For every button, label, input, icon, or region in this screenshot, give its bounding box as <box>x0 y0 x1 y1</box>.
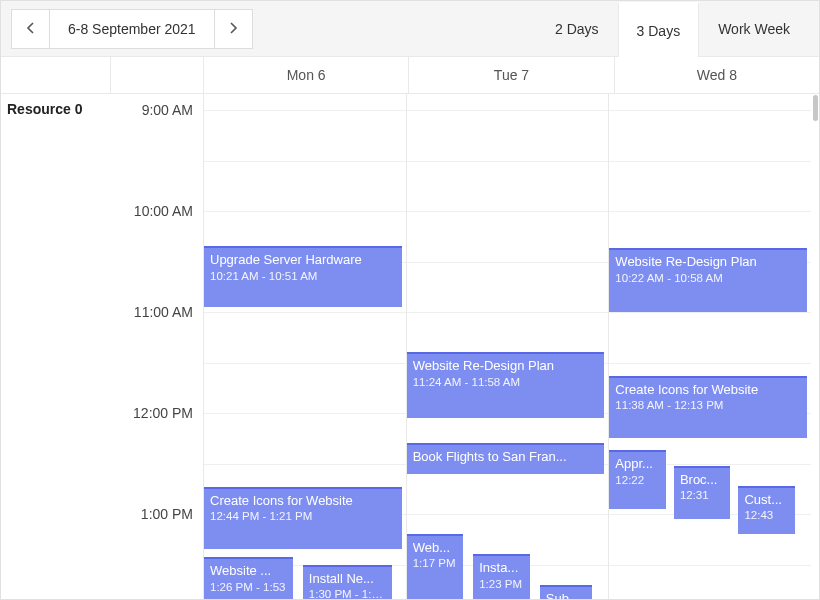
time-label: 11:00 AM <box>134 304 193 320</box>
event-time: 12:43 <box>744 508 789 522</box>
scrollbar-thumb[interactable] <box>813 95 818 121</box>
calendar-event[interactable]: Create Icons for Website12:44 PM - 1:21 … <box>204 487 402 550</box>
event-time: 12:44 PM - 1:21 PM <box>210 509 396 523</box>
calendar-event[interactable]: Cust...12:43 <box>738 486 795 534</box>
view-tabs: 2 Days 3 Days Work Week <box>536 1 809 57</box>
event-time: 12:31 <box>680 488 725 502</box>
resource-label: Resource 0 <box>1 93 111 125</box>
calendar-event[interactable]: Upgrade Server Hardware10:21 AM - 10:51 … <box>204 246 402 307</box>
day-column-tue[interactable]: Website Re-Design Plan11:24 AM - 11:58 A… <box>406 93 609 599</box>
day-header-wed[interactable]: Wed 8 <box>614 57 819 93</box>
resource-header-cell <box>1 57 111 93</box>
event-title: Install Ne... <box>309 571 386 587</box>
calendar-event[interactable]: Website Re-Design Plan11:24 AM - 11:58 A… <box>407 352 605 418</box>
event-time: 1:17 PM <box>413 556 458 570</box>
calendar-event[interactable]: Website Re-Design Plan10:22 AM - 10:58 A… <box>609 248 807 312</box>
day-header-mon[interactable]: Mon 6 <box>203 57 408 93</box>
day-header-row: Mon 6 Tue 7 Wed 8 <box>1 57 819 94</box>
calendar-event[interactable]: Install Ne...1:30 PM - 1:57 PM <box>303 565 392 600</box>
prev-button[interactable] <box>12 10 50 48</box>
time-label: 9:00 AM <box>142 102 193 118</box>
event-title: Insta... <box>479 560 524 576</box>
event-title: Book Flights to San Fran... <box>413 449 599 465</box>
calendar-event[interactable]: Web...1:17 PM <box>407 534 464 599</box>
event-time: 12:22 <box>615 473 660 487</box>
calendar-event[interactable]: Appr...12:22 <box>609 450 666 509</box>
event-title: Website Re-Design Plan <box>615 254 801 270</box>
event-time: 1:30 PM - 1:57 PM <box>309 587 386 599</box>
event-time: 1:26 PM - 1:53 <box>210 580 287 594</box>
date-range-label[interactable]: 6-8 September 2021 <box>50 10 214 48</box>
event-title: Web... <box>413 540 458 556</box>
scheduler-app: 6-8 September 2021 2 Days 3 Days Work We… <box>0 0 820 600</box>
event-title: Create Icons for Website <box>210 493 396 509</box>
event-title: Sub... <box>546 591 586 599</box>
calendar-event[interactable]: Sub... <box>540 585 592 599</box>
time-ruler: 9:00 AM10:00 AM11:00 AM12:00 PM1:00 PM <box>111 93 203 599</box>
calendar-event[interactable]: Insta...1:23 PM <box>473 554 530 599</box>
chevron-left-icon <box>26 21 36 37</box>
time-label: 1:00 PM <box>141 506 193 522</box>
event-title: Broc... <box>680 472 725 488</box>
day-header-tue[interactable]: Tue 7 <box>408 57 613 93</box>
calendar-event[interactable]: Broc...12:31 <box>674 466 731 520</box>
next-button[interactable] <box>214 10 252 48</box>
event-time: 11:24 AM - 11:58 AM <box>413 375 599 389</box>
tab-workweek[interactable]: Work Week <box>699 1 809 57</box>
event-title: Website Re-Design Plan <box>413 358 599 374</box>
event-title: Upgrade Server Hardware <box>210 252 396 268</box>
event-title: Create Icons for Website <box>615 382 801 398</box>
day-column-wed[interactable]: Website Re-Design Plan10:22 AM - 10:58 A… <box>608 93 811 599</box>
tab-3days[interactable]: 3 Days <box>618 2 700 58</box>
event-title: Cust... <box>744 492 789 508</box>
day-column-mon[interactable]: Upgrade Server Hardware10:21 AM - 10:51 … <box>203 93 406 599</box>
calendar-event[interactable]: Website ...1:26 PM - 1:53 <box>204 557 293 599</box>
scheduler-grid[interactable]: Resource 0 9:00 AM10:00 AM11:00 AM12:00 … <box>1 93 819 599</box>
day-columns: Upgrade Server Hardware10:21 AM - 10:51 … <box>203 93 811 599</box>
event-time: 1:23 PM <box>479 577 524 591</box>
time-label: 10:00 AM <box>134 203 193 219</box>
event-time: 10:21 AM - 10:51 AM <box>210 269 396 283</box>
calendar-event[interactable]: Create Icons for Website11:38 AM - 12:13… <box>609 376 807 439</box>
topbar: 6-8 September 2021 2 Days 3 Days Work We… <box>1 1 819 57</box>
event-time: 10:22 AM - 10:58 AM <box>615 271 801 285</box>
event-title: Website ... <box>210 563 287 579</box>
time-label: 12:00 PM <box>133 405 193 421</box>
date-navigator: 6-8 September 2021 <box>11 9 253 49</box>
calendar-event[interactable]: Book Flights to San Fran... <box>407 443 605 473</box>
event-time: 11:38 AM - 12:13 PM <box>615 398 801 412</box>
tab-2days[interactable]: 2 Days <box>536 1 618 57</box>
chevron-right-icon <box>228 21 238 37</box>
event-title: Appr... <box>615 456 660 472</box>
time-header-cell <box>111 57 203 93</box>
